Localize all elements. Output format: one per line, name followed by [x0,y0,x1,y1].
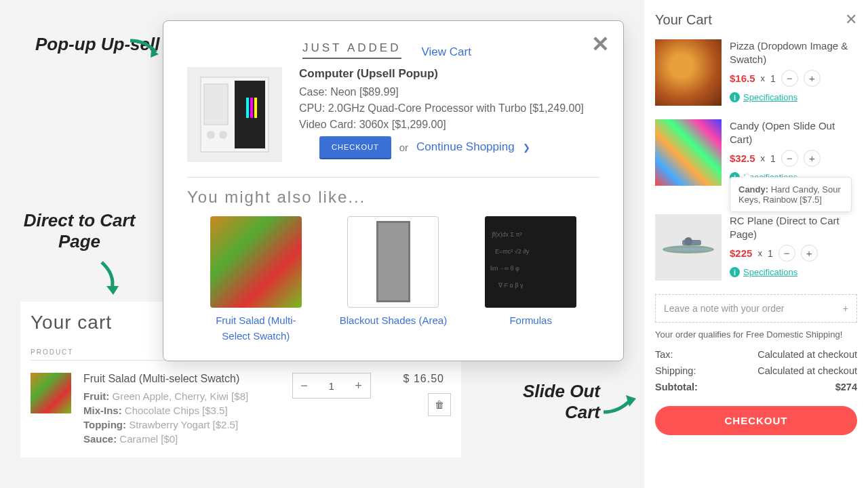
cart-item-option: Fruit: Green Apple, Cherry, Kiwi [$8] [83,390,280,402]
svg-point-6 [207,131,215,139]
upsell-image [347,216,439,308]
cart-item: Pizza (Dropdown Image & Swatch) $16.5 x … [655,39,857,106]
upsell-name: Blackout Shades (Area) [339,313,448,329]
svg-rect-4 [254,98,257,118]
upsell-item[interactable]: Blackout Shades (Area) [339,216,448,344]
cart-item-option: Sauce: Caramel [$0] [83,433,280,445]
svg-point-7 [219,131,227,139]
qty-plus-button[interactable]: + [801,245,818,262]
cart-row: Fruit Salad (Multi-select Swatch) Fruit:… [31,373,451,447]
product-option-line: Case: Neon [$89.99] [299,86,599,98]
close-button[interactable]: ✕ [845,11,857,28]
svg-text:lim→∞ θ φ: lim→∞ θ φ [490,265,519,272]
subtotal-label: Subtotal: [655,382,698,392]
cart-item-name: RC Plane (Direct to Cart Page) [730,214,857,241]
upsell-popup: ✕ JUST ADDED View Cart Computer (Upsell … [163,20,624,361]
qty-minus-button[interactable]: − [778,245,795,262]
info-icon: i [730,92,740,102]
close-button[interactable]: ✕ [591,31,610,57]
qty-plus-button[interactable]: + [804,70,821,87]
qty-value: 1 [770,73,776,84]
tax-value: Calculated at checkout [757,349,857,360]
product-image [31,373,71,413]
note-placeholder: Leave a note with your order [664,303,784,314]
checkout-button[interactable]: CHECKOUT [319,136,391,158]
qty-value: 1 [770,153,776,164]
qty-x: x [761,153,766,163]
upsell-image: ∫f(x)dx Σ π²E=mc² √2 ∂ylim→∞ θ φ∇·F α β … [485,216,576,308]
qty-value: 1 [316,380,347,392]
svg-point-15 [684,237,692,245]
chevron-right-icon: ❯ [523,142,530,152]
tax-label: Tax: [655,349,673,360]
qty-plus-button[interactable]: + [347,379,370,393]
cart-item: Candy (Open Slide Out Cart) $32.5 x 1 − … [655,119,857,186]
quantity-stepper[interactable]: − 1 + [292,373,371,399]
product-image [655,214,722,281]
product-image [655,39,722,106]
upsell-heading: You might also like... [187,188,599,207]
qty-minus-button[interactable]: − [293,379,316,393]
remove-item-button[interactable]: 🗑 [428,393,451,416]
info-icon: i [730,267,740,277]
spec-tooltip: Candy: Hard Candy, Sour Keys, Rainbow [$… [730,177,852,212]
product-option-line: Video Card: 3060x [$1,299.00] [299,119,599,131]
cart-item-price: $32.5 [730,152,755,164]
cart-item-price: $16.5 [730,73,755,84]
svg-text:∇·F α β γ: ∇·F α β γ [498,282,524,289]
popup-product-title: Computer (Upsell Popup) [299,67,599,81]
product-image [187,67,282,162]
slide-cart-title: Your Cart [655,12,712,28]
close-icon: ✕ [591,32,610,56]
free-shipping-message: Your order qualifies for Free Domestic S… [655,329,857,340]
svg-text:E=mc² √2 ∂y: E=mc² √2 ∂y [495,248,530,255]
svg-rect-2 [246,98,249,118]
product-image [655,119,722,186]
svg-rect-16 [665,248,711,251]
just-added-label: JUST ADDED [302,41,401,59]
plus-icon: + [843,303,848,314]
qty-x: x [757,248,762,258]
cart-item-option: Mix-Ins: Chocolate Chips [$3.5] [83,405,280,416]
continue-shopping-link[interactable]: Continue Shopping [416,140,515,154]
slide-out-cart: Your Cart ✕ Pizza (Dropdown Image & Swat… [644,0,868,488]
specifications-link[interactable]: iSpecifications [730,92,857,102]
cart-item-name: Candy (Open Slide Out Cart) [730,119,857,146]
arrow-icon [95,261,122,298]
svg-rect-8 [485,216,576,308]
or-text: or [399,142,408,153]
order-note-input[interactable]: Leave a note with your order + [655,294,857,323]
svg-text:∫f(x)dx Σ π²: ∫f(x)dx Σ π² [491,231,522,238]
upsell-name: Fruit Salad (Multi-Select Swatch) [201,313,310,344]
qty-x: x [761,73,766,83]
trash-icon: 🗑 [435,399,444,410]
cart-item-price: $225 [730,247,752,259]
annotation-slide: Slide Out Cart [498,381,600,423]
qty-plus-button[interactable]: + [804,150,821,167]
upsell-name: Formulas [477,313,585,329]
specifications-link[interactable]: iSpecifications [730,267,857,277]
shipping-value: Calculated at checkout [757,365,857,376]
upsell-image [210,216,302,308]
upsell-item[interactable]: Fruit Salad (Multi-Select Swatch) [201,216,310,344]
svg-rect-3 [250,98,253,118]
cart-totals: Tax:Calculated at checkout Shipping:Calc… [655,349,857,392]
shipping-label: Shipping: [655,365,696,376]
subtotal-value: $274 [835,382,857,392]
view-cart-link[interactable]: View Cart [422,45,471,59]
svg-rect-5 [204,84,228,125]
qty-value: 1 [768,248,773,259]
close-icon: ✕ [845,11,857,28]
checkout-button[interactable]: CHECKOUT [655,406,857,435]
cart-item-name: Pizza (Dropdown Image & Swatch) [730,39,857,66]
qty-minus-button[interactable]: − [781,70,798,87]
qty-minus-button[interactable]: − [781,150,798,167]
product-option-line: CPU: 2.0GHz Quad-Core Processor with Tur… [299,102,599,115]
svg-rect-1 [235,81,265,148]
arrow-icon [129,37,163,61]
cart-item-title: Fruit Salad (Multi-select Swatch) [83,373,280,385]
cart-item-price: $ 16.50 [403,373,444,385]
annotation-cart-page: Direct to Cart Page [22,210,137,252]
cart-item: RC Plane (Direct to Cart Page) $225 x 1 … [655,214,857,281]
upsell-item[interactable]: ∫f(x)dx Σ π²E=mc² √2 ∂ylim→∞ θ φ∇·F α β … [477,216,585,344]
